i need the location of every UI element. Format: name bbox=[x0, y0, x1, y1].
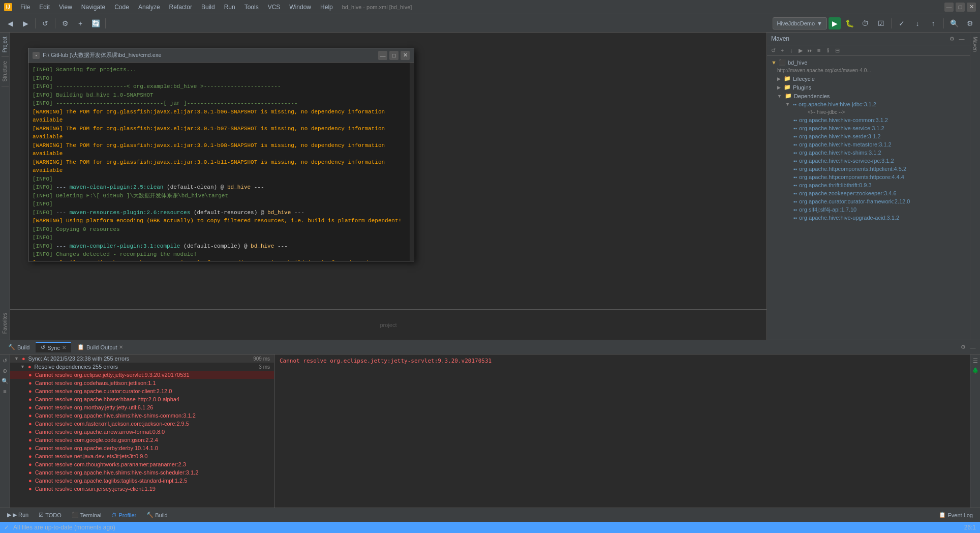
dep-httpcore[interactable]: ▪▪ org.apache.httpcomponents:httpcore:4.… bbox=[767, 173, 970, 181]
sync-tree-btn[interactable]: ≡ bbox=[1, 387, 9, 395]
maven-download-btn[interactable]: ↓ bbox=[787, 46, 795, 54]
dep-hive-jdbc[interactable]: ▼ ▪▪ org.apache.hive:hive-jdbc:3.1.2 bbox=[767, 100, 970, 108]
dep-hive-serde[interactable]: ▪▪ org.apache.hive:hive-serde:3.1.2 bbox=[767, 132, 970, 140]
error-item-2[interactable]: ● Cannot resolve org.apache.curator:cura… bbox=[10, 387, 274, 395]
sync-tab-close-icon[interactable]: ✕ bbox=[62, 345, 66, 350]
profiler-action-btn[interactable]: ⏱ Profiler bbox=[107, 511, 140, 519]
forward-btn[interactable]: ▶ bbox=[18, 16, 33, 31]
build-output-tab-close-icon[interactable]: ✕ bbox=[119, 344, 123, 350]
sync-expand-btn[interactable]: ⊕ bbox=[1, 367, 9, 375]
error-item-0[interactable]: ● Cannot resolve org.eclipse.jetty:jetty… bbox=[10, 371, 274, 379]
vcs-update-btn[interactable]: ↓ bbox=[910, 16, 925, 31]
settings-btn[interactable]: ⚙ bbox=[963, 16, 977, 31]
menu-edit[interactable]: Edit bbox=[35, 2, 54, 12]
close-btn[interactable]: ✕ bbox=[967, 3, 976, 12]
maven-settings-btn[interactable]: ⚙ bbox=[948, 35, 956, 43]
maven-info-btn[interactable]: ℹ bbox=[824, 46, 832, 54]
menu-window[interactable]: Window bbox=[285, 2, 315, 12]
maven-refresh-btn[interactable]: ↺ bbox=[769, 46, 777, 54]
error-item-7[interactable]: ● Cannot resolve org.apache.arrow:arrow-… bbox=[10, 428, 274, 436]
resolve-deps-item[interactable]: ▼ ● Resolve dependencies 255 errors 3 ms bbox=[10, 363, 274, 371]
maven-root-node[interactable]: ▼ ⬛ bd_hive bbox=[767, 58, 970, 67]
error-item-9[interactable]: ● Cannot resolve org.apache.derby:derby:… bbox=[10, 444, 274, 452]
commit-btn[interactable]: ✓ bbox=[895, 16, 909, 31]
profile-btn[interactable]: ⏱ bbox=[858, 16, 872, 31]
dep-slf4j-api[interactable]: ▪▪ org.slf4j:slf4j-api:1.7.10 bbox=[767, 205, 970, 214]
error-item-5[interactable]: ● Cannot resolve org.apache.hive.shims:h… bbox=[10, 411, 274, 420]
terminal-minimize-btn[interactable]: — bbox=[378, 51, 387, 60]
menu-run[interactable]: Run bbox=[220, 2, 239, 12]
run-config-dropdown[interactable]: HiveJdbcDemo ▼ bbox=[773, 17, 827, 29]
project-panel-label[interactable]: Project bbox=[1, 35, 9, 54]
run-btn[interactable]: ▶ bbox=[829, 17, 841, 29]
tab-sync[interactable]: ↺ Sync ✕ bbox=[36, 342, 71, 352]
maven-add-btn[interactable]: + bbox=[778, 46, 786, 54]
dep-curator-framework[interactable]: ▪▪ org.apache.curator:curator-framework:… bbox=[767, 197, 970, 205]
dep-hive-shims[interactable]: ▪▪ org.apache.hive:hive-shims:3.1.2 bbox=[767, 149, 970, 157]
sync-project-btn[interactable]: 🔄 bbox=[88, 16, 103, 31]
maven-plugins-node[interactable]: ▶ 📁 Plugins bbox=[767, 83, 970, 92]
tab-build[interactable]: 🔨 Build bbox=[3, 342, 35, 352]
error-item-10[interactable]: ● Cannot resolve net.java.dev.jets3t:jet… bbox=[10, 452, 274, 460]
menu-file[interactable]: File bbox=[16, 2, 34, 12]
error-item-3[interactable]: ● Cannot resolve org.apache.hbase:hbase-… bbox=[10, 395, 274, 403]
error-item-4[interactable]: ● Cannot resolve org.mortbay.jetty:jetty… bbox=[10, 403, 274, 411]
menu-tools[interactable]: Tools bbox=[240, 2, 263, 12]
maven-run-phase-btn[interactable]: ▶ bbox=[797, 46, 805, 54]
refresh-btn[interactable]: ↺ bbox=[38, 16, 52, 31]
search-btn[interactable]: 🔍 bbox=[947, 16, 961, 31]
maximize-btn[interactable]: □ bbox=[956, 3, 965, 12]
error-item-6[interactable]: ● Cannot resolve com.fasterxml.jackson.c… bbox=[10, 420, 274, 428]
maven-collapse-btn[interactable]: ⊟ bbox=[833, 46, 841, 54]
menu-analyze[interactable]: Analyze bbox=[134, 2, 164, 12]
maven-deps-node[interactable]: ▼ 📁 Dependencies bbox=[767, 92, 970, 100]
terminal-body[interactable]: [INFO] Scanning for projects... [INFO] [… bbox=[28, 63, 414, 261]
maven-lifecycle-node[interactable]: ▶ 📁 Lifecycle bbox=[767, 74, 970, 83]
list-view-btn[interactable]: ☰ bbox=[971, 357, 979, 365]
error-item-8[interactable]: ● Cannot resolve com.google.code.gson:gs… bbox=[10, 436, 274, 444]
tab-build-output[interactable]: 📋 Build Output ✕ bbox=[72, 342, 129, 352]
error-item-11[interactable]: ● Cannot resolve com.thoughtworks.parana… bbox=[10, 460, 274, 468]
favorites-panel-label[interactable]: Favorites bbox=[1, 311, 9, 336]
terminal-scrollbar[interactable] bbox=[410, 63, 414, 261]
debug-btn[interactable]: 🐛 bbox=[842, 16, 856, 31]
dep-libthrift[interactable]: ▪▪ org.apache.thrift:libthrift:0.9.3 bbox=[767, 181, 970, 189]
error-item-1[interactable]: ● Cannot resolve org.codehaus.jettison:j… bbox=[10, 379, 274, 387]
dep-hive-upgrade-acid[interactable]: ▪▪ org.apache.hive:hive-upgrade-acid:3.1… bbox=[767, 214, 970, 222]
error-item-13[interactable]: ● Cannot resolve org.apache.taglibs:tagl… bbox=[10, 477, 274, 485]
maven-strip-label[interactable]: Maven bbox=[971, 35, 979, 54]
dep-httpclient[interactable]: ▪▪ org.apache.httpcomponents:httpclient:… bbox=[767, 165, 970, 173]
error-item-14[interactable]: ● Cannot resolve com.sun.jersey:jersey-c… bbox=[10, 485, 274, 493]
sync-refresh-btn[interactable]: ↺ bbox=[1, 357, 9, 365]
minimize-btn[interactable]: — bbox=[944, 3, 954, 12]
build-action-btn[interactable]: 🔨 Build bbox=[142, 511, 171, 519]
terminal-close-btn[interactable]: ✕ bbox=[401, 51, 410, 60]
terminal-action-btn[interactable]: ⬛ Terminal bbox=[68, 511, 106, 519]
add-btn[interactable]: + bbox=[73, 16, 87, 31]
back-btn[interactable]: ◀ bbox=[3, 16, 17, 31]
structure-panel-label[interactable]: Structure bbox=[1, 59, 9, 84]
tree-view-btn[interactable]: 🌲 bbox=[971, 366, 979, 374]
sync-item[interactable]: ▼ ● Sync: At 2021/5/23 23:38 with 255 er… bbox=[10, 354, 274, 363]
error-item-12[interactable]: ● Cannot resolve org.apache.hive.shims:h… bbox=[10, 468, 274, 477]
vcs-push-btn[interactable]: ↑ bbox=[926, 16, 940, 31]
menu-help[interactable]: Help bbox=[316, 2, 337, 12]
menu-code[interactable]: Code bbox=[110, 2, 133, 12]
dep-zookeeper[interactable]: ▪▪ org.apache.zookeeper:zookeeper:3.4.6 bbox=[767, 189, 970, 197]
coverage-btn[interactable]: ☑ bbox=[874, 16, 888, 31]
todo-action-btn[interactable]: ☑ TODO bbox=[35, 511, 66, 519]
dep-hive-service[interactable]: ▪▪ org.apache.hive:hive-service:3.1.2 bbox=[767, 124, 970, 132]
menu-view[interactable]: View bbox=[55, 2, 76, 12]
menu-navigate[interactable]: Navigate bbox=[77, 2, 109, 12]
bottom-minimize-btn[interactable]: — bbox=[969, 343, 977, 351]
dep-hive-common[interactable]: ▪▪ org.apache.hive:hive-common:3.1.2 bbox=[767, 116, 970, 124]
menu-build[interactable]: Build bbox=[197, 2, 219, 12]
menu-vcs[interactable]: VCS bbox=[264, 2, 285, 12]
run-action-btn[interactable]: ▶ ▶ Run bbox=[3, 511, 33, 519]
project-settings-btn[interactable]: ⚙ bbox=[58, 16, 72, 31]
dep-hive-service-rpc[interactable]: ▪▪ org.apache.hive:hive-service-rpc:3.1.… bbox=[767, 157, 970, 165]
event-log-btn[interactable]: 📋 Event Log bbox=[935, 511, 977, 519]
terminal-maximize-btn[interactable]: □ bbox=[389, 51, 399, 60]
menu-refactor[interactable]: Refactor bbox=[165, 2, 196, 12]
maven-skip-btn[interactable]: ⏭ bbox=[806, 46, 814, 54]
